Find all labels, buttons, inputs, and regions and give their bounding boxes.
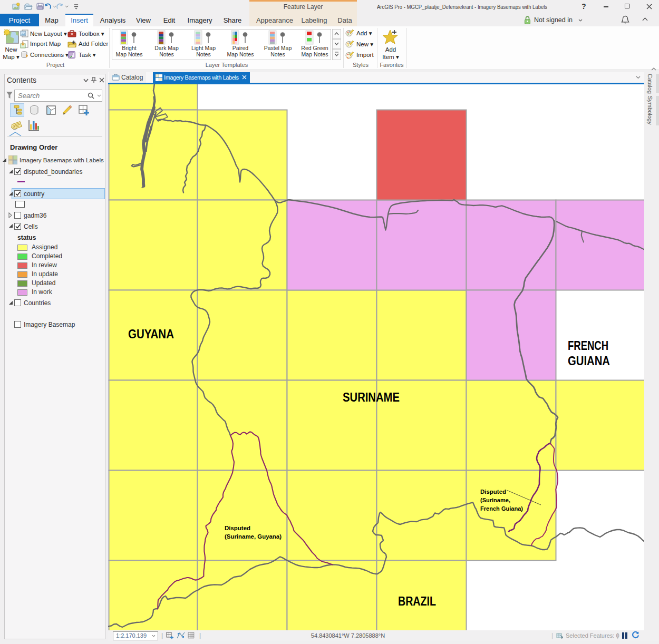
svg-text:Pastel Map: Pastel Map <box>264 45 292 51</box>
svg-text:Notes: Notes <box>196 51 210 57</box>
svg-text:Paired: Paired <box>232 45 249 51</box>
svg-text:French Guiana): French Guiana) <box>480 505 523 512</box>
svg-text:GUIANA: GUIANA <box>568 354 610 368</box>
svg-text:Map Notes: Map Notes <box>116 51 143 57</box>
svg-text:Light Map: Light Map <box>191 45 216 51</box>
svg-text:(Suriname,: (Suriname, <box>480 497 510 503</box>
svg-text:GUYANA: GUYANA <box>128 327 174 341</box>
svg-text:Notes: Notes <box>159 51 173 57</box>
svg-text:Red Green: Red Green <box>301 45 328 51</box>
svg-text:Dark Map: Dark Map <box>154 45 179 51</box>
svg-text:Disputed: Disputed <box>480 489 506 495</box>
svg-text:Map Notes: Map Notes <box>302 51 328 57</box>
svg-text:SURINAME: SURINAME <box>343 390 400 404</box>
svg-text:(Suriname, Guyana): (Suriname, Guyana) <box>225 533 282 540</box>
svg-text:BRAZIL: BRAZIL <box>398 594 436 608</box>
svg-text:Map Notes: Map Notes <box>227 51 254 57</box>
svg-text:Notes: Notes <box>270 51 285 57</box>
svg-text:Disputed: Disputed <box>225 525 250 531</box>
svg-text:Bright: Bright <box>122 45 137 51</box>
svg-text:FRENCH: FRENCH <box>568 338 608 353</box>
